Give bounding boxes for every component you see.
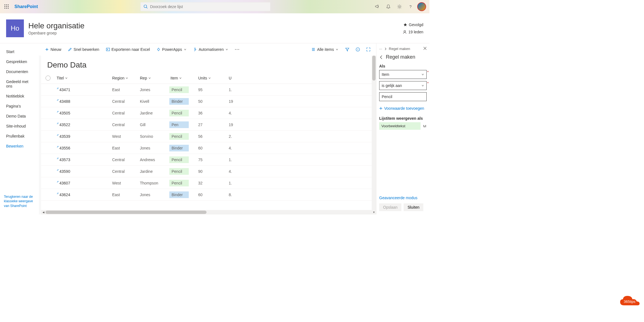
select-all[interactable] bbox=[46, 76, 51, 81]
svg-text:i: i bbox=[358, 48, 358, 51]
filter-icon[interactable] bbox=[343, 45, 352, 54]
cmd-powerapps[interactable]: PowerApps bbox=[154, 46, 189, 53]
flow-icon bbox=[193, 48, 197, 51]
cell-u: 4. bbox=[228, 111, 234, 115]
cell-item: Binder bbox=[169, 191, 197, 198]
cell-units: 50 bbox=[197, 99, 228, 104]
cmd-more[interactable] bbox=[232, 47, 242, 52]
cell-region: Central bbox=[111, 111, 139, 115]
table-row[interactable]: ⇗43573CentralAndrewsPencil751. bbox=[41, 154, 376, 166]
table-row[interactable]: ⇗43607WestThompsonPencil321. bbox=[41, 177, 376, 189]
site-header-right: Gevolgd 19 leden bbox=[403, 23, 423, 34]
cell-region: Central bbox=[111, 158, 139, 162]
svg-rect-2 bbox=[8, 4, 9, 5]
expand-icon[interactable] bbox=[364, 45, 373, 54]
search-box[interactable] bbox=[140, 2, 270, 11]
nav-notebook[interactable]: Notitieblok bbox=[0, 91, 39, 101]
hscroll[interactable]: ◀ ▼ bbox=[41, 210, 376, 214]
nav-classic-link[interactable]: Terugkeren naar de klassieke weergave va… bbox=[0, 192, 39, 211]
table-row[interactable]: ⇗43471EastJonesPencil951. bbox=[41, 84, 376, 96]
col-titel[interactable]: Titel bbox=[56, 76, 111, 80]
nav-start[interactable]: Start bbox=[0, 47, 39, 57]
operator-select[interactable]: is gelijk aan bbox=[379, 81, 427, 90]
cmd-quick-edit[interactable]: Snel bewerken bbox=[65, 46, 102, 53]
hscroll-thumb[interactable] bbox=[46, 211, 207, 214]
table-row[interactable]: ⇗43522CentralGillPen2719 bbox=[41, 119, 376, 131]
nav-conversations[interactable]: Gesprekken bbox=[0, 57, 39, 67]
svg-rect-8 bbox=[8, 8, 9, 9]
advanced-mode[interactable]: Geavanceerde modus bbox=[379, 196, 427, 200]
vscroll[interactable] bbox=[372, 56, 376, 214]
view-selector[interactable]: Alle items bbox=[309, 46, 341, 53]
more-icon[interactable]: ··· bbox=[379, 47, 382, 51]
gear-icon[interactable] bbox=[395, 2, 404, 11]
col-region[interactable]: Region bbox=[111, 76, 139, 80]
nav-shared[interactable]: Gedeeld met ons bbox=[0, 77, 39, 91]
star-icon bbox=[403, 23, 407, 27]
show-label: Lijstitem weergeven als bbox=[379, 116, 427, 121]
nav-documents[interactable]: Documenten bbox=[0, 67, 39, 77]
col-units[interactable]: Units bbox=[197, 76, 228, 80]
cell-units: 27 bbox=[197, 123, 228, 127]
close-icon[interactable] bbox=[423, 47, 427, 51]
cmd-export[interactable]: Exporteren naar Excel bbox=[103, 46, 153, 53]
help-icon[interactable]: ? bbox=[406, 2, 415, 11]
table-row[interactable]: ⇗43505CentralJardinePencil364. bbox=[41, 107, 376, 119]
cell-titel: ⇗43573 bbox=[56, 158, 111, 162]
site-header: Ho Hele organisatie Openbare groep Gevol… bbox=[0, 13, 429, 43]
cell-region: Central bbox=[111, 99, 139, 104]
search-input[interactable] bbox=[148, 4, 267, 9]
cell-region: West bbox=[111, 134, 139, 139]
table-row[interactable]: ⇗43488CentralKivellBinder5019 bbox=[41, 96, 376, 107]
column-select[interactable]: Item bbox=[379, 70, 427, 79]
cell-item: Pencil bbox=[169, 110, 197, 116]
cell-rep: Jones bbox=[139, 193, 169, 197]
avatar[interactable] bbox=[417, 2, 426, 11]
svg-point-15 bbox=[235, 49, 236, 50]
hscroll-right[interactable]: ▼ bbox=[372, 210, 376, 214]
edit-style-icon[interactable] bbox=[423, 124, 427, 128]
nav-edit[interactable]: Bewerken bbox=[0, 141, 39, 151]
back-icon[interactable] bbox=[379, 55, 384, 59]
table-row[interactable]: ⇗43624EastJonesBinder608. bbox=[41, 189, 376, 201]
bell-icon[interactable] bbox=[384, 2, 393, 11]
members[interactable]: 19 leden bbox=[403, 30, 423, 34]
cell-u: 8. bbox=[228, 193, 234, 197]
table-row[interactable]: ⇗43539WestSorvinoPencil562. bbox=[41, 131, 376, 142]
cmd-automate[interactable]: Automatiseren bbox=[190, 46, 231, 53]
nav-demo-data[interactable]: Demo Data bbox=[0, 111, 39, 121]
col-rep[interactable]: Rep bbox=[139, 76, 169, 80]
cmd-new[interactable]: Nieuw bbox=[42, 46, 64, 53]
app-launcher[interactable] bbox=[0, 0, 13, 13]
cell-units: 36 bbox=[197, 111, 228, 115]
cell-u: 19 bbox=[228, 99, 234, 104]
nav-recycle[interactable]: Prullenbak bbox=[0, 131, 39, 141]
value-input[interactable]: Pencil bbox=[379, 92, 427, 101]
vscroll-thumb[interactable] bbox=[372, 56, 376, 81]
svg-rect-5 bbox=[8, 6, 9, 7]
nav-site-contents[interactable]: Site-inhoud bbox=[0, 121, 39, 131]
rule-panel: ··· Regel maken Regel maken Als Item is … bbox=[376, 43, 429, 214]
save-button[interactable]: Opslaan bbox=[379, 203, 401, 211]
col-u[interactable]: U bbox=[228, 76, 234, 80]
add-condition[interactable]: Voorwaarde toevoegen bbox=[379, 106, 427, 111]
close-button[interactable]: Sluiten bbox=[404, 203, 423, 211]
brand-label[interactable]: SharePoint bbox=[13, 4, 38, 9]
table-row[interactable]: ⇗43556EastJonesBinder604. bbox=[41, 142, 376, 154]
site-title: Hele organisatie bbox=[28, 21, 84, 30]
chevron-down-icon bbox=[336, 48, 338, 51]
grid: Titel Region Rep Item Units U ⇗43471East… bbox=[41, 72, 376, 201]
cell-units: 56 bbox=[197, 134, 228, 139]
hscroll-left[interactable]: ◀ bbox=[41, 210, 46, 214]
table-row[interactable]: ⇗43590CentralJardinePencil904. bbox=[41, 166, 376, 177]
chevron-right-icon bbox=[384, 48, 387, 50]
panel-breadcrumb: ··· Regel maken bbox=[379, 47, 427, 51]
cell-u: 4. bbox=[228, 146, 234, 150]
nav-pages[interactable]: Pagina's bbox=[0, 101, 39, 111]
svg-rect-6 bbox=[4, 8, 5, 9]
follow-button[interactable]: Gevolgd bbox=[403, 23, 423, 27]
info-icon[interactable]: i bbox=[353, 45, 362, 54]
megaphone-icon[interactable] bbox=[373, 2, 382, 11]
col-item[interactable]: Item bbox=[169, 76, 197, 80]
site-logo[interactable]: Ho bbox=[6, 19, 24, 37]
